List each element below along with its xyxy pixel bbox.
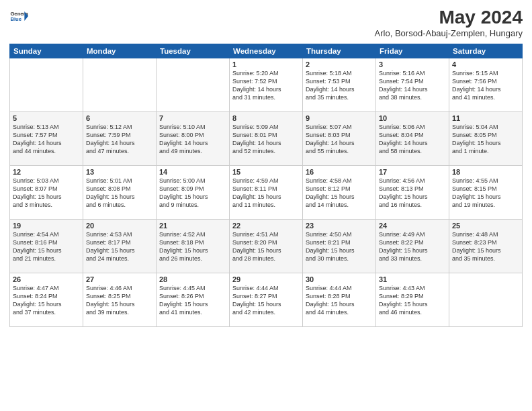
- day-cell: [83, 58, 157, 112]
- col-monday: Monday: [83, 44, 157, 58]
- day-info: Sunrise: 4:52 AMSunset: 8:18 PMDaylight:…: [159, 230, 226, 263]
- day-cell: 6Sunrise: 5:12 AMSunset: 7:59 PMDaylight…: [83, 112, 157, 166]
- col-saturday: Saturday: [449, 44, 523, 58]
- day-cell: 15Sunrise: 4:59 AMSunset: 8:11 PMDayligh…: [230, 166, 303, 220]
- page: General Blue May 2024 Arlo, Borsod-Abauj…: [0, 0, 532, 411]
- col-thursday: Thursday: [303, 44, 376, 58]
- day-info: Sunrise: 4:44 AMSunset: 8:27 PMDaylight:…: [232, 284, 300, 317]
- day-cell: 13Sunrise: 5:01 AMSunset: 8:08 PMDayligh…: [83, 166, 157, 220]
- day-cell: 10Sunrise: 5:06 AMSunset: 8:04 PMDayligh…: [376, 112, 449, 166]
- week-row-2: 12Sunrise: 5:03 AMSunset: 8:07 PMDayligh…: [10, 166, 523, 220]
- day-info: Sunrise: 4:44 AMSunset: 8:28 PMDaylight:…: [306, 284, 373, 317]
- day-number: 29: [232, 275, 300, 283]
- day-cell: [449, 273, 523, 327]
- day-number: 31: [379, 275, 446, 283]
- month-title: May 2024: [375, 7, 523, 28]
- day-number: 5: [13, 114, 80, 122]
- day-info: Sunrise: 5:13 AMSunset: 7:57 PMDaylight:…: [13, 123, 80, 156]
- day-cell: 8Sunrise: 5:09 AMSunset: 8:01 PMDaylight…: [230, 112, 303, 166]
- day-cell: 24Sunrise: 4:49 AMSunset: 8:22 PMDayligh…: [376, 220, 449, 273]
- header: General Blue May 2024 Arlo, Borsod-Abauj…: [9, 7, 523, 38]
- title-block: May 2024 Arlo, Borsod-Abauj-Zemplen, Hun…: [375, 7, 523, 38]
- day-info: Sunrise: 5:06 AMSunset: 8:04 PMDaylight:…: [379, 123, 446, 156]
- svg-text:Blue: Blue: [10, 16, 21, 22]
- day-info: Sunrise: 4:49 AMSunset: 8:22 PMDaylight:…: [379, 230, 446, 263]
- day-number: 7: [159, 114, 226, 122]
- day-number: 11: [452, 114, 519, 122]
- week-row-4: 26Sunrise: 4:47 AMSunset: 8:24 PMDayligh…: [10, 273, 523, 327]
- day-number: 18: [452, 168, 519, 176]
- location-title: Arlo, Borsod-Abauj-Zemplen, Hungary: [375, 28, 523, 38]
- logo: General Blue: [9, 7, 28, 26]
- day-number: 26: [13, 275, 80, 283]
- day-cell: 31Sunrise: 4:43 AMSunset: 8:29 PMDayligh…: [376, 273, 449, 327]
- day-number: 15: [232, 168, 300, 176]
- day-number: 25: [452, 222, 519, 230]
- day-info: Sunrise: 5:10 AMSunset: 8:00 PMDaylight:…: [159, 123, 226, 156]
- day-cell: 28Sunrise: 4:45 AMSunset: 8:26 PMDayligh…: [157, 273, 230, 327]
- day-cell: 9Sunrise: 5:07 AMSunset: 8:03 PMDaylight…: [303, 112, 376, 166]
- week-row-0: 1Sunrise: 5:20 AMSunset: 7:52 PMDaylight…: [10, 58, 523, 112]
- day-number: 17: [379, 168, 446, 176]
- logo-icon: General Blue: [9, 7, 28, 26]
- day-number: 12: [13, 168, 80, 176]
- day-number: 28: [159, 275, 226, 283]
- day-number: 9: [306, 114, 373, 122]
- day-info: Sunrise: 4:54 AMSunset: 8:16 PMDaylight:…: [13, 230, 80, 263]
- day-number: 4: [452, 60, 519, 68]
- day-info: Sunrise: 5:09 AMSunset: 8:01 PMDaylight:…: [232, 123, 300, 156]
- day-cell: 19Sunrise: 4:54 AMSunset: 8:16 PMDayligh…: [10, 220, 83, 273]
- day-info: Sunrise: 5:01 AMSunset: 8:08 PMDaylight:…: [86, 177, 153, 210]
- day-info: Sunrise: 4:50 AMSunset: 8:21 PMDaylight:…: [306, 230, 373, 263]
- day-info: Sunrise: 5:18 AMSunset: 7:53 PMDaylight:…: [306, 69, 373, 102]
- week-row-3: 19Sunrise: 4:54 AMSunset: 8:16 PMDayligh…: [10, 220, 523, 273]
- day-info: Sunrise: 5:00 AMSunset: 8:09 PMDaylight:…: [159, 177, 226, 210]
- day-cell: 4Sunrise: 5:15 AMSunset: 7:56 PMDaylight…: [449, 58, 523, 112]
- day-number: 10: [379, 114, 446, 122]
- day-info: Sunrise: 4:45 AMSunset: 8:26 PMDaylight:…: [159, 284, 226, 317]
- day-info: Sunrise: 5:07 AMSunset: 8:03 PMDaylight:…: [306, 123, 373, 156]
- day-cell: 22Sunrise: 4:51 AMSunset: 8:20 PMDayligh…: [230, 220, 303, 273]
- day-number: 2: [306, 60, 373, 68]
- day-cell: [157, 58, 230, 112]
- day-cell: 27Sunrise: 4:46 AMSunset: 8:25 PMDayligh…: [83, 273, 157, 327]
- day-cell: 11Sunrise: 5:04 AMSunset: 8:05 PMDayligh…: [449, 112, 523, 166]
- day-info: Sunrise: 5:12 AMSunset: 7:59 PMDaylight:…: [86, 123, 153, 156]
- day-cell: [10, 58, 83, 112]
- day-number: 22: [232, 222, 300, 230]
- header-row: Sunday Monday Tuesday Wednesday Thursday…: [10, 44, 523, 58]
- day-cell: 7Sunrise: 5:10 AMSunset: 8:00 PMDaylight…: [157, 112, 230, 166]
- day-info: Sunrise: 4:58 AMSunset: 8:12 PMDaylight:…: [306, 177, 373, 210]
- day-info: Sunrise: 5:16 AMSunset: 7:54 PMDaylight:…: [379, 69, 446, 102]
- day-info: Sunrise: 4:56 AMSunset: 8:13 PMDaylight:…: [379, 177, 446, 210]
- day-number: 14: [159, 168, 226, 176]
- day-info: Sunrise: 5:04 AMSunset: 8:05 PMDaylight:…: [452, 123, 519, 156]
- day-cell: 18Sunrise: 4:55 AMSunset: 8:15 PMDayligh…: [449, 166, 523, 220]
- week-row-1: 5Sunrise: 5:13 AMSunset: 7:57 PMDaylight…: [10, 112, 523, 166]
- day-number: 6: [86, 114, 153, 122]
- day-info: Sunrise: 4:59 AMSunset: 8:11 PMDaylight:…: [232, 177, 300, 210]
- day-info: Sunrise: 5:15 AMSunset: 7:56 PMDaylight:…: [452, 69, 519, 102]
- day-number: 13: [86, 168, 153, 176]
- day-cell: 30Sunrise: 4:44 AMSunset: 8:28 PMDayligh…: [303, 273, 376, 327]
- day-cell: 14Sunrise: 5:00 AMSunset: 8:09 PMDayligh…: [157, 166, 230, 220]
- day-cell: 5Sunrise: 5:13 AMSunset: 7:57 PMDaylight…: [10, 112, 83, 166]
- day-number: 19: [13, 222, 80, 230]
- day-info: Sunrise: 4:55 AMSunset: 8:15 PMDaylight:…: [452, 177, 519, 210]
- day-cell: 16Sunrise: 4:58 AMSunset: 8:12 PMDayligh…: [303, 166, 376, 220]
- day-number: 23: [306, 222, 373, 230]
- day-info: Sunrise: 4:43 AMSunset: 8:29 PMDaylight:…: [379, 284, 446, 317]
- day-info: Sunrise: 4:47 AMSunset: 8:24 PMDaylight:…: [13, 284, 80, 317]
- day-number: 8: [232, 114, 300, 122]
- day-cell: 17Sunrise: 4:56 AMSunset: 8:13 PMDayligh…: [376, 166, 449, 220]
- calendar-table: Sunday Monday Tuesday Wednesday Thursday…: [9, 44, 523, 327]
- day-cell: 25Sunrise: 4:48 AMSunset: 8:23 PMDayligh…: [449, 220, 523, 273]
- col-tuesday: Tuesday: [157, 44, 230, 58]
- day-number: 21: [159, 222, 226, 230]
- day-number: 27: [86, 275, 153, 283]
- day-number: 20: [86, 222, 153, 230]
- day-info: Sunrise: 4:46 AMSunset: 8:25 PMDaylight:…: [86, 284, 153, 317]
- day-cell: 3Sunrise: 5:16 AMSunset: 7:54 PMDaylight…: [376, 58, 449, 112]
- col-wednesday: Wednesday: [230, 44, 303, 58]
- day-info: Sunrise: 4:51 AMSunset: 8:20 PMDaylight:…: [232, 230, 300, 263]
